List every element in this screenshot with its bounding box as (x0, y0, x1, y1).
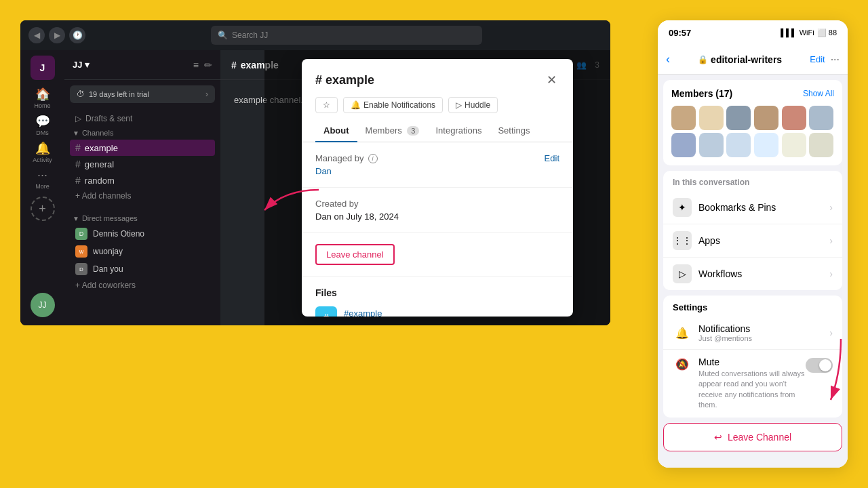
modal-actions: ☆ 🔔 Enable Notifications ▷ Huddle (302, 90, 573, 120)
tab-integrations[interactable]: Integrations (427, 120, 490, 142)
mobile-back-button[interactable]: ‹ (666, 52, 670, 66)
channel-name-general: general (85, 159, 114, 169)
created-value: Dan on July 18, 2024 (315, 211, 559, 222)
forward-button[interactable]: ▶ (49, 27, 65, 43)
mobile-members-section: Members (17) Show All (663, 80, 842, 165)
more-icon: ··· (37, 168, 47, 182)
dm-item-dennis[interactable]: D Dennis Otieno (70, 225, 215, 243)
add-workspace-button[interactable]: + (31, 197, 55, 221)
trial-text: 19 days left in trial (77, 89, 149, 99)
filter-icon[interactable]: ≡ (193, 60, 199, 70)
drafts-icon: ▷ (75, 114, 81, 123)
member-avatar (782, 133, 806, 157)
members-tab-label: Members (366, 125, 402, 136)
channel-item-example[interactable]: # example (70, 140, 215, 156)
sidebar-home[interactable]: 🏠 Home (31, 85, 55, 110)
mobile-leave-button[interactable]: ↩ Leave Channel (663, 423, 842, 451)
mobile-members-title: Members (17) (671, 88, 732, 99)
bell-icon: 🔔 (35, 141, 50, 156)
apps-item[interactable]: ⋮⋮ Apps › (663, 224, 842, 258)
add-channels-label: + Add channels (75, 191, 131, 201)
sidebar-more[interactable]: ··· More (31, 167, 55, 191)
file-name[interactable]: #example (344, 308, 406, 317)
notifications-sub: Just @mentions (698, 334, 829, 342)
created-label: Created by (315, 199, 559, 209)
mobile-channel-name: 🔒 editorial-writers (675, 54, 804, 65)
dm-avatar-wuonjay: w (75, 245, 87, 258)
created-section: Created by Dan on July 18, 2024 (302, 188, 573, 233)
drafts-item[interactable]: ▷ Drafts & sent (70, 111, 215, 126)
channels-section-header[interactable]: ▼ Channels (70, 126, 215, 140)
mobile-show-all-button[interactable]: Show All (803, 89, 834, 98)
huddle-button[interactable]: ▷ Huddle (448, 97, 498, 113)
sidebar-activity[interactable]: 🔔 Activity (31, 140, 55, 164)
chevron-icon: › (829, 202, 833, 213)
compose-icon[interactable]: ✏ (204, 60, 212, 70)
mobile-more-button[interactable]: ··· (831, 54, 840, 66)
dm-section: ▼ Direct messages D Dennis Otieno w wuon… (64, 209, 220, 296)
member-avatar (754, 106, 778, 130)
mobile-members-header: Members (17) Show All (671, 88, 834, 99)
user-avatar[interactable]: JJ (31, 293, 55, 317)
leave-section: Leave channel (302, 233, 573, 277)
dm-name-dan: Dan you (93, 264, 123, 274)
mobile-leave-section: ↩ Leave Channel (663, 423, 842, 451)
lock-icon: 🔒 (698, 55, 708, 64)
member-avatar (754, 133, 778, 157)
enable-notifications-button[interactable]: 🔔 Enable Notifications (343, 97, 443, 113)
channel-panel: JJ ▾ ≡ ✏ 19 days left in trial › ▷ Draft… (64, 50, 220, 325)
battery-icon: ⬜ 88 (817, 28, 837, 37)
mobile-members-grid (671, 106, 834, 157)
modal-body: Managed by i Dan Edit Created by (302, 142, 573, 317)
workflows-label: Workflows (698, 268, 829, 279)
channel-item-general[interactable]: # general (70, 156, 215, 172)
member-avatar (809, 133, 833, 157)
workflows-icon: ▷ (673, 264, 692, 283)
member-avatar (671, 133, 696, 157)
member-avatar (699, 106, 724, 130)
dm-item-wuonjay[interactable]: w wuonjay (70, 243, 215, 260)
workflows-item[interactable]: ▷ Workflows › (663, 258, 842, 290)
tab-members[interactable]: Members 3 (357, 120, 428, 142)
info-icon[interactable]: i (368, 154, 378, 163)
back-button[interactable]: ◀ (28, 27, 45, 43)
bookmarks-pins-item[interactable]: ✦ Bookmarks & Pins › (663, 191, 842, 224)
dms-icon: 💬 (35, 114, 50, 129)
mute-toggle[interactable] (806, 358, 833, 373)
bell-icon: 🔔 (351, 100, 361, 110)
managed-value[interactable]: Dan (315, 166, 378, 176)
channel-item-random[interactable]: # random (70, 172, 215, 188)
managed-section: Managed by i Dan Edit (302, 142, 573, 188)
workspace-dropdown-icon: ▾ (85, 60, 90, 70)
member-avatar (726, 106, 751, 130)
add-channels-button[interactable]: + Add channels (70, 188, 215, 203)
workspace-avatar[interactable]: J (31, 56, 55, 80)
apps-icon: ⋮⋮ (673, 231, 692, 250)
tab-about[interactable]: About (315, 120, 357, 142)
workspace-header-icons: ≡ ✏ (193, 60, 212, 70)
app-body: J 🏠 Home 💬 DMs 🔔 Activity ··· More + JJ (20, 50, 610, 325)
search-bar[interactable]: 🔍 Search JJ (211, 26, 482, 45)
mobile-edit-button[interactable]: Edit (810, 54, 825, 64)
notifications-chevron-icon: › (829, 327, 833, 338)
home-icon: 🏠 (35, 87, 50, 102)
channel-name-example: example (85, 143, 118, 153)
sidebar-dms[interactable]: 💬 DMs (31, 113, 55, 137)
mobile-body: Members (17) Show All In this conversati… (658, 75, 848, 468)
notifications-item[interactable]: 🔔 Notifications Just @mentions › (663, 317, 842, 350)
edit-link[interactable]: Edit (545, 153, 559, 163)
leave-channel-button[interactable]: Leave channel (315, 244, 395, 265)
workspace-name[interactable]: JJ ▾ (73, 60, 90, 70)
dm-arrow-icon: ▼ (73, 215, 79, 222)
mute-info: Mute Muted conversations will always app… (698, 357, 806, 411)
history-button[interactable]: 🕐 (69, 27, 85, 43)
star-button[interactable]: ☆ (315, 97, 338, 113)
tab-settings[interactable]: Settings (490, 120, 538, 142)
add-coworkers-button[interactable]: + Add coworkers (70, 278, 215, 293)
modal-close-button[interactable]: ✕ (544, 70, 559, 90)
dm-section-header[interactable]: ▼ Direct messages (70, 211, 215, 225)
title-bar: ◀ ▶ 🕐 🔍 Search JJ (20, 20, 610, 50)
dm-item-dan[interactable]: D Dan you (70, 260, 215, 278)
trial-banner[interactable]: 19 days left in trial › (70, 85, 215, 103)
modal-header: # example ✕ (302, 59, 573, 90)
